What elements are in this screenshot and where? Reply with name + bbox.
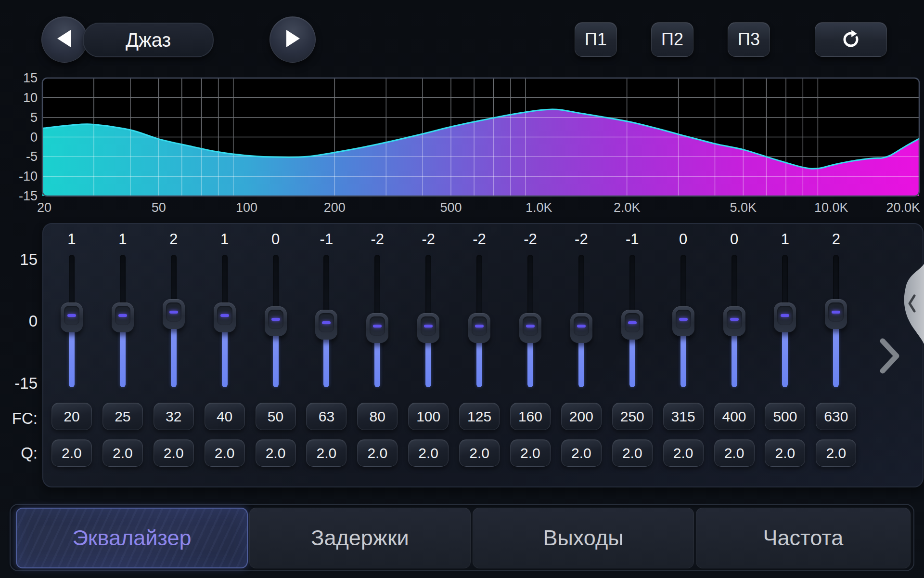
tab-equalizer[interactable]: Эквалайзер — [16, 508, 248, 568]
slider-thumb[interactable] — [519, 313, 541, 343]
slider-thumb[interactable] — [417, 313, 439, 343]
thumb-dash-icon — [169, 311, 178, 314]
band-gain-value: 1 — [220, 230, 229, 249]
band-gain-slider[interactable] — [468, 255, 490, 387]
thumb-dash-icon — [373, 325, 382, 328]
band-fc-button[interactable]: 40 — [205, 403, 245, 430]
show-more-bands-button[interactable] — [877, 336, 903, 378]
band-gain-slider[interactable] — [723, 255, 745, 387]
band-gain-slider[interactable] — [315, 255, 337, 387]
band-gain-slider[interactable] — [417, 255, 439, 387]
band-fc-button[interactable]: 50 — [256, 403, 296, 430]
slider-thumb[interactable] — [265, 306, 287, 336]
band-gain-slider[interactable] — [774, 255, 796, 387]
svg-text:10.0K: 10.0K — [814, 200, 848, 215]
band-fc-button[interactable]: 100 — [408, 403, 449, 430]
band-fc-button[interactable]: 125 — [459, 403, 500, 430]
band-q-button[interactable]: 2.0 — [306, 439, 346, 467]
band-gain-slider[interactable] — [672, 255, 694, 387]
band-fc-button[interactable]: 20 — [51, 403, 92, 430]
svg-text:20: 20 — [37, 200, 51, 215]
slider-thumb[interactable] — [570, 313, 592, 343]
chevron-right-icon — [883, 341, 897, 371]
band-q-button[interactable]: 2.0 — [714, 439, 755, 467]
band-q-button[interactable]: 2.0 — [765, 439, 805, 467]
band-fc-button[interactable]: 315 — [663, 403, 704, 430]
band-gain-slider[interactable] — [265, 255, 287, 387]
svg-text:10: 10 — [23, 91, 38, 105]
thumb-dash-icon — [781, 314, 789, 317]
frequency-response-chart: 151050-5-10-1520501002005001.0K2.0K5.0K1… — [0, 0, 924, 222]
band-q-button[interactable]: 2.0 — [561, 439, 602, 467]
band-q-button[interactable]: 2.0 — [357, 439, 398, 467]
thumb-dash-icon — [220, 314, 229, 317]
band-q-button[interactable]: 2.0 — [408, 439, 449, 467]
slider-thumb[interactable] — [366, 313, 388, 343]
slider-thumb[interactable] — [163, 299, 185, 329]
band-fc-button[interactable]: 250 — [612, 403, 653, 430]
slider-thumb[interactable] — [723, 306, 745, 336]
band-fc-button[interactable]: 630 — [816, 403, 856, 430]
slider-thumb[interactable] — [621, 310, 643, 340]
band-fc-button[interactable]: 500 — [765, 403, 805, 430]
q-row-label: Q: — [4, 444, 38, 462]
band-gain-slider[interactable] — [163, 255, 185, 387]
band-gain-value: -2 — [473, 230, 486, 249]
tab-outputs[interactable]: Выходы — [473, 508, 694, 568]
band-q-button[interactable]: 2.0 — [256, 439, 296, 467]
band-q-button[interactable]: 2.0 — [103, 439, 143, 467]
band-fc-button[interactable]: 63 — [306, 403, 346, 430]
band-fc-button[interactable]: 160 — [510, 403, 551, 430]
band-gain-value: -2 — [422, 230, 435, 249]
band-fc-button[interactable]: 200 — [561, 403, 602, 430]
slider-thumb[interactable] — [672, 306, 694, 336]
band-fc-button[interactable]: 80 — [357, 403, 398, 430]
band-q-button[interactable]: 2.0 — [459, 439, 500, 467]
side-drawer-handle[interactable] — [894, 264, 924, 346]
band-gain-slider[interactable] — [61, 255, 83, 387]
slider-thumb[interactable] — [825, 299, 847, 329]
eq-band: 1 40 2.0 — [199, 223, 250, 486]
band-gain-value: 1 — [781, 230, 789, 249]
svg-text:20.0K: 20.0K — [886, 200, 920, 215]
tab-delays[interactable]: Задержки — [249, 508, 471, 568]
band-gain-slider[interactable] — [570, 255, 592, 387]
svg-text:5: 5 — [30, 110, 38, 125]
band-gain-slider[interactable] — [366, 255, 388, 387]
svg-text:-10: -10 — [19, 169, 38, 184]
band-gain-slider[interactable] — [519, 255, 541, 387]
band-fc-button[interactable]: 32 — [154, 403, 194, 430]
svg-text:2.0K: 2.0K — [614, 200, 641, 215]
band-q-button[interactable]: 2.0 — [51, 439, 92, 467]
band-q-button[interactable]: 2.0 — [816, 439, 856, 467]
slider-thumb[interactable] — [112, 302, 134, 332]
svg-text:15: 15 — [23, 71, 38, 85]
slider-thumb[interactable] — [61, 302, 83, 332]
thumb-dash-icon — [577, 325, 586, 328]
thumb-dash-icon — [424, 325, 433, 328]
slider-thumb[interactable] — [468, 313, 490, 343]
band-gain-value: 0 — [271, 230, 280, 249]
eq-band: 1 25 2.0 — [97, 223, 148, 486]
thumb-dash-icon — [679, 318, 688, 321]
slider-thumb[interactable] — [315, 310, 337, 340]
slider-thumb[interactable] — [774, 302, 796, 332]
band-fc-button[interactable]: 400 — [714, 403, 755, 430]
band-q-button[interactable]: 2.0 — [612, 439, 653, 467]
thumb-dash-icon — [628, 321, 637, 324]
band-fc-button[interactable]: 25 — [103, 403, 143, 430]
svg-text:5.0K: 5.0K — [730, 200, 757, 215]
thumb-dash-icon — [118, 314, 127, 317]
eq-band: -2 200 2.0 — [556, 223, 607, 486]
band-gain-slider[interactable] — [214, 255, 236, 387]
band-gain-slider[interactable] — [112, 255, 134, 387]
band-gain-slider[interactable] — [825, 255, 847, 387]
tab-frequency[interactable]: Частота — [696, 508, 911, 568]
band-q-button[interactable]: 2.0 — [205, 439, 245, 467]
band-q-button[interactable]: 2.0 — [154, 439, 194, 467]
eq-bands: 1 20 2.0 1 25 2.0 2 — [46, 223, 864, 486]
band-q-button[interactable]: 2.0 — [510, 439, 551, 467]
slider-thumb[interactable] — [214, 302, 236, 332]
band-gain-slider[interactable] — [621, 255, 643, 387]
band-q-button[interactable]: 2.0 — [663, 439, 704, 467]
